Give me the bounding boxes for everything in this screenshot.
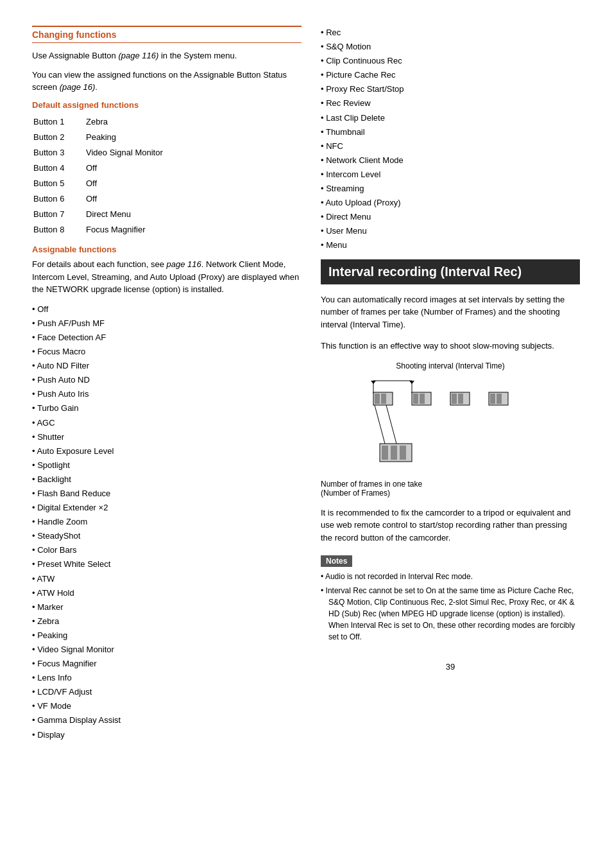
button-value: Video Signal Monitor	[86, 146, 300, 160]
changing-functions-title: Changing functions	[32, 26, 302, 43]
assignable-list: OffPush AF/Push MFFace Detection AFFocus…	[32, 302, 302, 742]
list-item: Auto Exposure Level	[32, 444, 302, 458]
list-item: Marker	[32, 600, 302, 614]
button-value: Peaking	[86, 130, 300, 144]
svg-rect-15	[490, 394, 495, 404]
svg-rect-16	[497, 394, 502, 404]
svg-rect-10	[420, 394, 425, 404]
intro-text2b: .	[95, 82, 98, 92]
interval-body1: You can automatically record images at s…	[321, 293, 580, 331]
list-item: Off	[32, 302, 302, 317]
assignable-body: For details about each function, see pag…	[32, 258, 302, 296]
list-item: ATW Hold	[32, 586, 302, 600]
table-row: Button 8Focus Magnifier	[33, 223, 300, 237]
list-item: NFC	[321, 139, 580, 153]
intro-body1: Use Assignable Button (page 116) in the …	[32, 49, 302, 62]
notes-item: Audio is not recorded in Interval Rec mo…	[321, 571, 580, 582]
list-item: LCD/VF Adjust	[32, 685, 302, 699]
list-item: Rec	[321, 26, 580, 40]
list-item: VF Mode	[32, 699, 302, 713]
button-table: Button 1ZebraButton 2PeakingButton 3Vide…	[32, 114, 302, 239]
button-label: Button 4	[33, 161, 85, 175]
list-item: Network Client Mode	[321, 153, 580, 168]
list-item: Digital Extender ×2	[32, 501, 302, 515]
button-label: Button 6	[33, 192, 85, 206]
list-item: Peaking	[32, 629, 302, 643]
diagram-label-top: Shooting interval (Interval Time)	[396, 361, 504, 370]
notes-header: Notes	[321, 555, 352, 567]
list-item: Streaming	[321, 182, 580, 196]
list-item: Color Bars	[32, 543, 302, 557]
list-item: SteadyShot	[32, 529, 302, 543]
list-item: Auto ND Filter	[32, 359, 302, 373]
interval-rec-title: Interval recording (Interval Rec)	[321, 259, 580, 284]
list-item: Picture Cache Rec	[321, 68, 580, 82]
button-label: Button 8	[33, 223, 85, 237]
svg-rect-7	[381, 394, 386, 404]
list-item: Thumbnail	[321, 125, 580, 139]
interval-body2: This function is an effective way to sho…	[321, 340, 580, 352]
table-row: Button 7Direct Menu	[33, 207, 300, 221]
svg-line-18	[386, 405, 396, 444]
list-item: Zebra	[32, 614, 302, 629]
button-label: Button 7	[33, 207, 85, 221]
assignable-text: For details about each function, see	[32, 259, 167, 269]
button-value: Off	[86, 161, 300, 175]
diagram-label-bottom-text: Number of frames in one take(Number of F…	[321, 480, 422, 498]
interval-diagram-svg	[361, 374, 540, 477]
assignable-functions-title: Assignable functions	[32, 245, 302, 254]
svg-line-17	[375, 405, 385, 444]
list-item: Focus Macro	[32, 345, 302, 359]
list-item: Intercom Level	[321, 168, 580, 182]
table-row: Button 5Off	[33, 177, 300, 191]
list-item: Preset White Select	[32, 557, 302, 571]
list-item: Menu	[321, 238, 580, 252]
list-item: User Menu	[321, 224, 580, 238]
list-item: Focus Magnifier	[32, 657, 302, 671]
button-value: Focus Magnifier	[86, 223, 300, 237]
list-item: Rec Review	[321, 96, 580, 110]
list-item: Flash Band Reduce	[32, 487, 302, 501]
list-item: Auto Upload (Proxy)	[321, 196, 580, 210]
right-column: RecS&Q MotionClip Continuous RecPicture …	[321, 26, 580, 842]
list-item: Shutter	[32, 430, 302, 444]
list-item: Spotlight	[32, 458, 302, 473]
svg-rect-6	[375, 394, 380, 404]
page-number: 39	[321, 662, 580, 672]
svg-rect-9	[413, 394, 418, 404]
svg-rect-12	[452, 394, 457, 404]
intro-text1: Use Assignable Button	[32, 51, 118, 60]
left-column: Changing functions Use Assignable Button…	[32, 26, 302, 842]
assignable-page-ref: page 116	[167, 259, 201, 269]
list-item: AGC	[32, 416, 302, 430]
list-item: Handle Zoom	[32, 515, 302, 529]
list-item: Lens Info	[32, 671, 302, 685]
list-item: Push Auto ND	[32, 373, 302, 387]
list-item: Push AF/Push MF	[32, 317, 302, 331]
notes-item: Interval Rec cannot be set to On at the …	[321, 585, 580, 643]
list-item: Face Detection AF	[32, 331, 302, 345]
list-item: Clip Continuous Rec	[321, 54, 580, 68]
page-ref-1: (page 116)	[118, 51, 158, 60]
interval-body3: It is recommended to fix the camcorder t…	[321, 507, 580, 544]
list-item: Video Signal Monitor	[32, 643, 302, 657]
svg-rect-22	[400, 446, 406, 460]
list-item: S&Q Motion	[321, 40, 580, 54]
list-item: Direct Menu	[321, 210, 580, 224]
intro-text1b: in the System menu.	[158, 51, 237, 60]
button-label: Button 5	[33, 177, 85, 191]
svg-rect-20	[382, 446, 388, 460]
list-item: Proxy Rec Start/Stop	[321, 82, 580, 96]
list-item: Push Auto Iris	[32, 387, 302, 401]
intro-body2: You can view the assigned functions on t…	[32, 69, 302, 94]
list-item: Backlight	[32, 473, 302, 487]
button-value: Zebra	[86, 115, 300, 129]
button-label: Button 2	[33, 130, 85, 144]
notes-list: Audio is not recorded in Interval Rec mo…	[321, 571, 580, 643]
page-ref-2: (page 16)	[60, 82, 96, 92]
diagram-label-bottom: Number of frames in one take(Number of F…	[321, 480, 580, 498]
svg-marker-4	[409, 381, 414, 384]
table-row: Button 3Video Signal Monitor	[33, 146, 300, 160]
page: Changing functions Use Assignable Button…	[0, 0, 612, 868]
button-value: Off	[86, 192, 300, 206]
